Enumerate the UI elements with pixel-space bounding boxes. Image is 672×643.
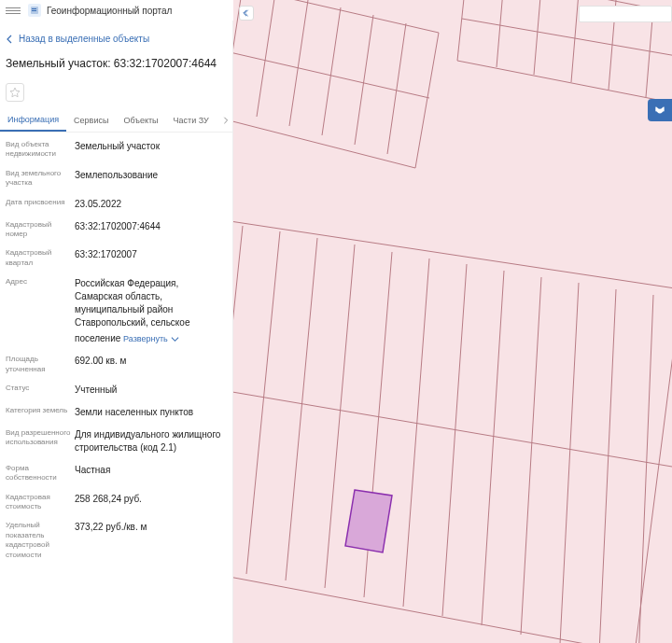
details-panel: Назад в выделенные объекты Земельный уча… [0,21,233,643]
page-title: Земельный участок: 63:32:1702007:4644 [0,49,232,77]
row-address: Адрес Российская Федерация, Самарская об… [6,277,227,345]
row-land-type: Вид земельного участка Землепользование [6,169,227,189]
tab-parts[interactable]: Части ЗУ [166,110,217,131]
address-expand[interactable]: Развернуть [123,333,179,345]
row-cad-value: Кадастровая стоимость 258 268,24 руб. [6,493,227,512]
tab-info[interactable]: Информация [0,109,66,132]
row-status: Статус Учтенный [6,384,227,397]
svg-rect-3 [233,0,672,643]
header-bar: Геоинформационный портал [0,0,233,21]
tab-services[interactable]: Сервисы [66,110,116,131]
collapse-panel-button[interactable] [239,6,254,21]
cadastral-map [233,0,672,643]
row-category: Категория земель Земли населенных пункто… [6,406,227,419]
back-link-label: Назад в выделенные объекты [19,34,149,44]
back-link[interactable]: Назад в выделенные объекты [0,21,232,49]
side-widget-button[interactable] [648,99,672,121]
row-cad-number: Кадастровый номер 63:32:1702007:4644 [6,220,227,240]
tabs: Информация Сервисы Объекты Части ЗУ Сост… [0,109,232,133]
favorite-button[interactable] [6,83,24,102]
search-input[interactable] [583,9,667,19]
svg-rect-2 [32,10,36,11]
info-list: Вид объекта недвижимости Земельный участ… [0,133,232,588]
row-cad-quarter: Кадастровый квартал 63:32:1702007 [6,248,227,268]
row-unit-value: Удельный показатель кадастровой стоимост… [6,521,227,560]
row-date: Дата присвоения 23.05.2022 [6,198,227,211]
row-object-type: Вид объекта недвижимости Земельный участ… [6,140,227,160]
row-permitted-use: Вид разрешенного использования Для индив… [6,428,227,454]
menu-icon[interactable] [6,3,21,18]
row-area: Площадь уточненная 692.00 кв. м [6,355,227,374]
tab-objects[interactable]: Объекты [116,110,165,131]
svg-rect-1 [32,8,36,9]
tabs-scroll-right[interactable] [219,109,232,132]
app-logo [28,4,41,17]
search-box[interactable] [579,6,672,22]
map[interactable] [233,0,672,643]
app-title: Геоинформационный портал [47,6,172,16]
row-ownership: Форма собственности Частная [6,464,227,483]
